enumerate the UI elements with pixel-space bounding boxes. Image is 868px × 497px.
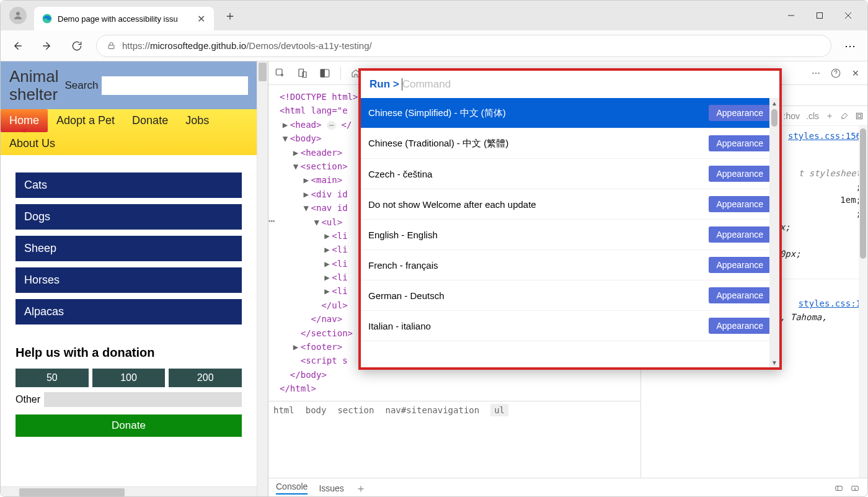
command-item-label: Chinese (Simplified) - 中文 (简体) bbox=[368, 107, 506, 119]
sidenav-alpacas[interactable]: Alpacas bbox=[16, 299, 242, 325]
command-menu-item[interactable]: Chinese (Simplified) - 中文 (简体)Appearance bbox=[361, 98, 779, 128]
url-text: https://microsoftedge.github.io/Demos/de… bbox=[122, 40, 372, 51]
back-button[interactable] bbox=[7, 35, 28, 56]
dom-line[interactable]: </body> bbox=[272, 368, 637, 382]
command-prompt-label: Run > bbox=[370, 78, 399, 91]
svg-rect-6 bbox=[108, 45, 114, 49]
topnav-donate[interactable]: Donate bbox=[123, 109, 177, 132]
search-label: Search bbox=[64, 79, 98, 92]
box-model-icon[interactable] bbox=[855, 112, 864, 120]
topnav-home[interactable]: Home bbox=[1, 109, 48, 132]
svg-point-0 bbox=[16, 12, 20, 16]
drawer-dock-icon[interactable] bbox=[850, 484, 860, 493]
dom-hover-actions-icon[interactable]: ⋯ bbox=[268, 214, 276, 227]
devtools-more-icon[interactable]: ⋯ bbox=[809, 66, 823, 80]
site-brand: Animalshelter bbox=[9, 68, 58, 103]
tab-close-icon[interactable]: ✕ bbox=[195, 13, 208, 25]
address-bar[interactable]: https://microsoftedge.github.io/Demos/de… bbox=[96, 35, 831, 57]
site-top-nav: Home Adopt a Pet Donate Jobs About Us bbox=[1, 109, 257, 155]
amount-200[interactable]: 200 bbox=[169, 369, 242, 387]
page-scrollbar-vertical[interactable] bbox=[257, 61, 268, 497]
command-menu-item[interactable]: French - françaisAppearance bbox=[361, 250, 779, 280]
command-item-badge: Appearance bbox=[709, 226, 771, 243]
site-header: Animalshelter Search bbox=[1, 61, 257, 109]
browser-nav-bar: https://microsoftedge.github.io/Demos/de… bbox=[1, 30, 867, 61]
devtools-close-icon[interactable]: ✕ bbox=[849, 66, 862, 80]
drawer-add-icon[interactable]: ＋ bbox=[355, 481, 366, 496]
drawer-tab-issues[interactable]: Issues bbox=[319, 483, 343, 493]
svg-rect-3 bbox=[817, 13, 823, 19]
cls-button[interactable]: .cls bbox=[806, 111, 819, 121]
command-item-label: French - français bbox=[368, 260, 438, 271]
command-menu-item[interactable]: Czech - češtinaAppearance bbox=[361, 159, 779, 189]
minimize-button[interactable] bbox=[777, 3, 805, 28]
drawer-tab-console[interactable]: Console bbox=[276, 481, 308, 495]
svg-rect-20 bbox=[836, 486, 843, 490]
command-menu-list: Chinese (Simplified) - 中文 (简体)Appearance… bbox=[361, 98, 779, 367]
dom-breadcrumbs[interactable]: html body section nav#sitenavigation ul bbox=[268, 401, 640, 419]
window-controls bbox=[777, 3, 862, 28]
command-menu-item[interactable]: Chinese (Traditional) - 中文 (繁體)Appearanc… bbox=[361, 128, 779, 159]
command-item-badge: Appearance bbox=[709, 318, 771, 334]
site-side-nav: Cats Dogs Sheep Horses Alpacas bbox=[1, 155, 257, 331]
search-input[interactable] bbox=[102, 76, 248, 95]
command-input-row[interactable]: Run > Command bbox=[361, 71, 779, 98]
command-item-badge: Appearance bbox=[709, 135, 771, 151]
svg-rect-19 bbox=[858, 114, 861, 117]
topnav-adopt[interactable]: Adopt a Pet bbox=[48, 109, 123, 132]
dock-icon[interactable] bbox=[318, 66, 332, 80]
amount-50[interactable]: 50 bbox=[16, 369, 89, 387]
donation-heading: Help us with a donation bbox=[16, 346, 242, 360]
page-scrollbar-horizontal[interactable] bbox=[1, 486, 257, 497]
command-menu-item[interactable]: Italian - italianoAppearance bbox=[361, 311, 779, 341]
inspect-icon[interactable] bbox=[273, 66, 287, 80]
other-amount-label: Other bbox=[16, 394, 40, 405]
donation-section: Help us with a donation 50 100 200 Other… bbox=[1, 331, 257, 443]
hov-button[interactable]: :hov bbox=[784, 111, 800, 121]
tab-title: Demo page with accessibility issu bbox=[58, 14, 190, 24]
command-menu: Run > Command Chinese (Simplified) - 中文 … bbox=[358, 68, 782, 370]
command-item-badge: Appearance bbox=[709, 166, 771, 182]
device-icon[interactable] bbox=[296, 66, 309, 80]
other-amount-input[interactable] bbox=[44, 392, 242, 407]
reload-button[interactable] bbox=[66, 35, 87, 56]
new-rule-icon[interactable]: ＋ bbox=[825, 110, 834, 122]
profile-avatar[interactable] bbox=[9, 7, 27, 24]
topnav-jobs[interactable]: Jobs bbox=[177, 109, 218, 132]
browser-more-button[interactable]: ⋯ bbox=[840, 35, 861, 56]
new-tab-button[interactable]: ＋ bbox=[220, 6, 240, 25]
svg-rect-18 bbox=[856, 113, 862, 119]
close-window-button[interactable] bbox=[834, 3, 862, 28]
drawer-expand-icon[interactable] bbox=[834, 484, 844, 493]
edge-favicon-icon bbox=[42, 13, 53, 24]
donate-button[interactable]: Donate bbox=[16, 414, 242, 437]
command-scrollbar[interactable]: ▲▼ bbox=[769, 98, 779, 367]
command-item-label: Chinese (Traditional) - 中文 (繁體) bbox=[368, 138, 508, 150]
forward-button[interactable] bbox=[37, 35, 58, 56]
command-item-badge: Appearance bbox=[709, 257, 771, 273]
amount-100[interactable]: 100 bbox=[92, 369, 166, 387]
sidenav-sheep[interactable]: Sheep bbox=[16, 236, 242, 261]
command-item-label: Czech - čeština bbox=[368, 169, 432, 179]
rule-source-link-2[interactable]: styles.css:1 bbox=[799, 297, 861, 311]
command-menu-item[interactable]: Do not show Welcome after each updateApp… bbox=[361, 189, 779, 220]
maximize-button[interactable] bbox=[805, 3, 834, 28]
command-menu-item[interactable]: German - DeutschAppearance bbox=[361, 280, 779, 311]
command-menu-item[interactable]: English - EnglishAppearance bbox=[361, 220, 779, 250]
command-placeholder: Command bbox=[402, 78, 451, 91]
command-item-label: Italian - italiano bbox=[368, 321, 431, 331]
sidenav-dogs[interactable]: Dogs bbox=[16, 204, 242, 230]
command-item-badge: Appearance bbox=[709, 287, 771, 303]
devtools-help-icon[interactable] bbox=[829, 66, 843, 80]
topnav-about[interactable]: About Us bbox=[1, 132, 64, 155]
styles-scrollbar[interactable] bbox=[859, 126, 867, 478]
svg-rect-11 bbox=[321, 69, 324, 77]
command-item-label: Do not show Welcome after each update bbox=[368, 199, 536, 210]
browser-tab[interactable]: Demo page with accessibility issu ✕ bbox=[34, 7, 214, 30]
sidenav-horses[interactable]: Horses bbox=[16, 267, 242, 293]
brush-icon[interactable] bbox=[840, 112, 849, 120]
dom-line[interactable]: </html> bbox=[272, 382, 637, 395]
command-item-badge: Appearance bbox=[709, 105, 771, 121]
rule-source-link[interactable]: styles.css:156 bbox=[788, 130, 861, 143]
sidenav-cats[interactable]: Cats bbox=[16, 172, 242, 198]
